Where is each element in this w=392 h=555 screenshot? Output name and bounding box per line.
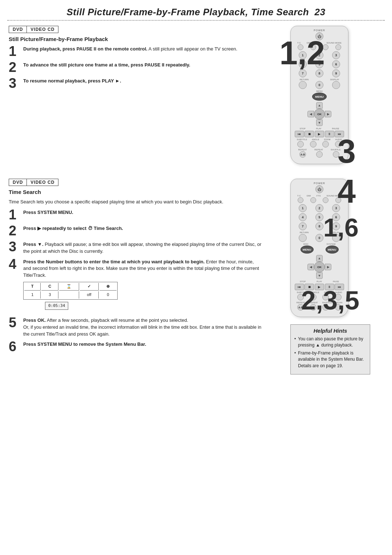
step-num-1: 1 [9,44,20,58]
step-4-bottom: 4 Press the Number buttons to enter the … [9,259,261,313]
remote2-power-btn: ⏻ [315,185,323,193]
system-menu-btn: MENU [312,93,327,101]
system-menu-label: MENU [294,90,344,92]
badge-videocd: VIDEO CD [26,26,58,33]
step-num-b6: 6 [9,340,20,353]
overlay-num-16: 1,6 [323,215,359,240]
remote2-transport-labels: STOP PLAY PAUSE [294,280,344,283]
ok-btn: OK [314,109,325,119]
repeat-btns: A-B [294,151,344,158]
remote2-disc-system-labels: DISC SYSTEM [294,243,344,245]
remote-2-wrap: 4 POWER ⏻ T-C DIM FTS SOUND MODE [290,179,348,317]
remote-return-display-labels: RETURN DISPLAY [294,78,344,81]
repeat-labels: REPEAT REPEAT SHUFFLE [294,149,344,151]
remote2-num-row1: 1 2 3 [294,204,344,212]
step-1-bottom: 1 Press SYSTEM MENU. [9,209,261,222]
badge-row-top: DVD VIDEO CD [9,26,261,33]
remote2-ok-btn: OK [314,262,325,272]
transport-btns: ⏮ ⏹ ▶ ⏸ ⏭ [294,131,344,137]
step-content-b5: Press OK. After a few seconds, playback … [23,317,261,338]
hint-item-2: Frame-by-Frame playback is available in … [294,350,366,369]
step-num-3: 3 [9,76,20,90]
step-num-b1: 1 [9,208,20,222]
step-6-bottom: 6 Press SYSTEM MENU to remove the System… [9,341,261,353]
step-3-top: 3 To resume normal playback, press PLAY … [9,78,261,90]
step-2-top: 2 To advance the still picture one frame… [9,62,261,74]
step-1-top: 1 During playback, press PAUSE II on the… [9,46,261,58]
dpad: ▲ ◀ OK ▶ ▼ [294,102,344,126]
remote-return-zero-display-row: 0 [294,81,344,89]
step-num-b5: 5 [9,316,20,329]
overlay-num-3: 3 [338,135,356,168]
overlay-num-12: 1,2 [279,37,325,69]
step-content-b2: Press ▶ repeatedly to select ⏱ Time Sear… [23,225,261,232]
transport-labels: STOP PLAY PAUSE [294,127,344,130]
badge-dvd-2: DVD [9,179,27,186]
remote2-menu-btns: MENU MENU [294,246,344,254]
overlay-num-4: 4 [338,175,356,208]
step-content-b4: Press the Number buttons to enter the ti… [23,259,261,313]
badge-videocd-2: VIDEO CD [26,179,58,186]
section-divider-top [7,20,385,21]
section-title-top: Still Picture/Frame-by-Frame Playback [9,36,261,42]
step-5-bottom: 5 Press OK. After a few seconds, playbac… [9,317,261,338]
hint-item-1: You can also pause the picture by pressi… [294,336,366,349]
step-num-b3: 3 [9,240,20,254]
hints-box: Helpful Hints You can also pause the pic… [290,324,370,374]
remote2-power-label: POWER [294,182,344,185]
step-num-b2: 2 [9,224,20,238]
badge-dvd: DVD [9,26,27,33]
step-3-bottom: 3 Press ▼. Playback will pause; a time e… [9,241,261,255]
step-content-1: During playback, press PAUSE II on the r… [23,46,261,53]
step-num-2: 2 [9,60,20,74]
remote2-dpad: ▲ ◀ OK ▶ ▼ [294,255,344,279]
bottom-btns [294,141,344,147]
bottom-labels: SUBTITLE ANGLE ZOOM AUDIO [294,138,344,141]
time-table: T C ⌛ ✓ ⊕ 1 3 off 0 [23,282,118,300]
hints-list: You can also pause the picture by pressi… [294,336,366,369]
step-content-3: To resume normal playback, press PLAY ►. [23,78,261,85]
remote2-labels-row1: T-C DIM FTS SOUND MODE [294,195,344,197]
badge-row-bottom: DVD VIDEO CD [9,179,261,186]
step-2-bottom: 2 Press ▶ repeatedly to select ⏱ Time Se… [9,225,261,238]
step-content-2: To advance the still picture one frame a… [23,62,261,69]
section-title-bottom: Time Search [9,189,261,195]
hints-title: Helpful Hints [294,328,366,334]
step-content-b1: Press SYSTEM MENU. [23,209,261,216]
step-content-b3: Press ▼. Playback will pause; a time edi… [23,241,261,255]
step-content-b6: Press SYSTEM MENU to remove the System M… [23,341,261,348]
step-num-b4: 4 [9,257,20,271]
overlay-num-235: 2,3,5 [301,287,359,313]
remote-power-label: POWER [294,29,344,32]
time-display: 0:05:34 [45,302,68,310]
time-search-intro: Time Search lets you choose a specific e… [9,199,261,206]
page-title: Still Picture/Frame-by-Frame Playback, T… [0,0,392,20]
remote2-small-btns [294,197,344,203]
